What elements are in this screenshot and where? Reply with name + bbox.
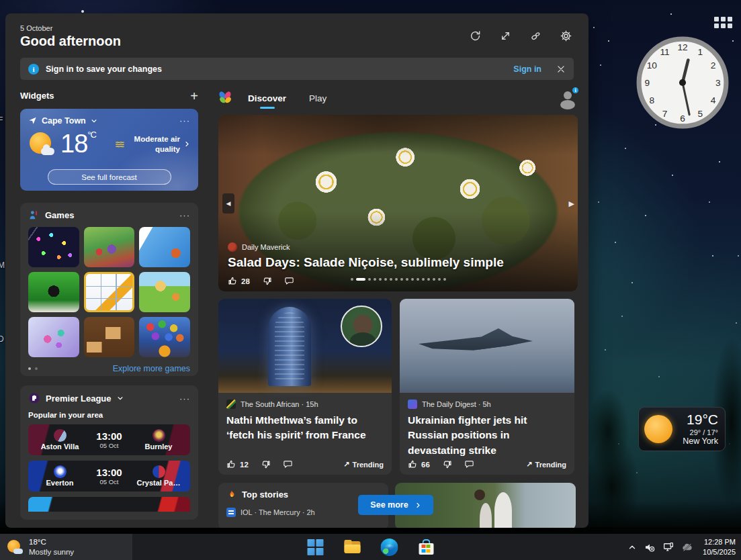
game-tile-train-puzzle[interactable] xyxy=(84,227,135,267)
dislike-button[interactable] xyxy=(262,276,272,286)
comment-button[interactable] xyxy=(284,276,294,286)
close-icon[interactable] xyxy=(556,64,566,74)
see-full-forecast-button[interactable]: See full forecast xyxy=(48,169,171,185)
match-row[interactable]: Everton 13:00 05 Oct Crystal Pa… xyxy=(28,461,190,492)
hero-headline[interactable]: Salad Days: Salade Niçoise, sublimely si… xyxy=(228,255,568,270)
like-button[interactable]: 66 xyxy=(408,459,430,469)
desktop-apps-grid-icon[interactable] xyxy=(714,17,732,28)
chevron-right-icon xyxy=(184,141,190,147)
premier-league-title[interactable]: Premier League xyxy=(46,393,112,404)
hero-source-name: Daily Maverick xyxy=(242,243,290,251)
premier-league-more-menu[interactable]: ··· xyxy=(179,393,190,404)
chevron-down-icon[interactable] xyxy=(117,395,124,402)
popular-in-your-area-label: Popular in your area xyxy=(28,411,190,419)
carousel-dots[interactable] xyxy=(351,278,446,281)
settings-gear-icon[interactable] xyxy=(560,30,572,42)
portrait-inset xyxy=(341,306,382,347)
like-count: 66 xyxy=(421,461,430,469)
away-team-name: Burnley xyxy=(145,442,173,451)
news-headline[interactable]: Ukrainian fighter jets hit Russian posit… xyxy=(408,413,566,458)
match-row[interactable]: Aston Villa 13:00 05 Oct Burnley xyxy=(28,424,190,455)
games-more-menu[interactable]: ··· xyxy=(179,210,190,220)
clock-number: 12 xyxy=(677,42,687,52)
partly-sunny-icon xyxy=(7,539,23,555)
edge-browser-icon[interactable] xyxy=(380,539,398,556)
weather-widget[interactable]: Cape Town ··· 18°C xyxy=(20,109,198,191)
desktop-weather-gadget[interactable]: 19°C 29° / 17° New York xyxy=(638,407,726,451)
add-widget-button[interactable]: + xyxy=(190,91,198,101)
sign-in-link[interactable]: Sign in xyxy=(513,64,541,74)
game-tile-wood-blocks[interactable] xyxy=(84,317,135,357)
trending-badge[interactable]: ↗ Trending xyxy=(343,460,384,469)
news-image-fighter-jet xyxy=(400,299,574,393)
network-icon[interactable] xyxy=(662,541,674,553)
signin-banner: i Sign in to save your changes Sign in xyxy=(20,58,574,80)
clock-number: 8 xyxy=(650,95,655,105)
match-time: 13:00 xyxy=(96,430,122,442)
news-card[interactable]: The Daily Digest · 5h Ukrainian fighter … xyxy=(400,299,574,475)
like-button[interactable]: 12 xyxy=(226,459,249,469)
game-tile-solitaire[interactable] xyxy=(139,227,190,267)
taskbar-weather-temp: 18°C xyxy=(29,537,74,547)
taskbar-weather-button[interactable]: 18°C Mostly sunny xyxy=(0,534,132,560)
desktop-icon-label-fragment: F xyxy=(0,115,3,125)
profile-avatar[interactable]: i xyxy=(558,88,578,108)
game-tile-bricks-breaker[interactable] xyxy=(28,227,79,267)
like-button[interactable]: 28 xyxy=(228,276,250,286)
start-button[interactable] xyxy=(306,539,324,556)
volume-muted-icon[interactable] xyxy=(644,541,656,553)
hero-news-card[interactable]: ◀ ▶ Daily Maverick Salad Days: Salade Ni… xyxy=(218,115,578,291)
clock-number: 3 xyxy=(715,78,721,88)
carousel-prev-button[interactable]: ◀ xyxy=(222,193,234,214)
game-tile-spider-solitaire[interactable] xyxy=(28,272,79,312)
hidden-icons-chevron[interactable] xyxy=(627,543,637,552)
weather-location[interactable]: Cape Town xyxy=(42,116,86,126)
trending-badge[interactable]: ↗ Trending xyxy=(526,460,566,469)
match-row-partial[interactable] xyxy=(28,497,190,512)
gadget-high-low: 29° / 17° xyxy=(672,428,718,437)
clock-number: 1 xyxy=(698,47,703,57)
carousel-next-button[interactable]: ▶ xyxy=(569,199,574,207)
game-tile-bubble-shooter[interactable] xyxy=(139,317,190,357)
tab-play[interactable]: Play xyxy=(308,91,328,106)
explore-more-games-link[interactable]: Explore more games xyxy=(113,364,190,373)
chevron-down-icon[interactable] xyxy=(91,118,97,124)
see-more-button[interactable]: See more xyxy=(358,495,433,515)
match-date: 05 Oct xyxy=(96,442,122,449)
like-count: 12 xyxy=(240,461,249,469)
tab-discover[interactable]: Discover xyxy=(247,91,288,106)
widgets-section-title: Widgets xyxy=(20,91,54,101)
comment-button[interactable] xyxy=(464,459,474,469)
partly-sunny-icon xyxy=(28,131,55,158)
widgets-panel: 5 October Good afternoon xyxy=(5,13,589,528)
top-stories-source: IOL · The Mercury · 2h xyxy=(241,508,315,516)
info-icon: i xyxy=(28,64,39,75)
news-card[interactable]: The South African · 15h Nathi Mthethwa’s… xyxy=(218,299,392,475)
starfield xyxy=(0,0,1,1)
game-tile-sudoku[interactable] xyxy=(84,272,135,312)
refresh-icon[interactable] xyxy=(469,30,482,42)
clock-number: 11 xyxy=(660,47,670,57)
weather-more-menu[interactable]: ··· xyxy=(179,115,190,126)
air-quality-text: Moderate air quality xyxy=(129,134,180,154)
daily-maverick-logo-icon xyxy=(228,242,237,252)
onedrive-offline-icon[interactable] xyxy=(681,541,693,553)
game-tile-butterfly-match[interactable] xyxy=(28,317,79,357)
dislike-button[interactable] xyxy=(442,459,452,469)
clock-number: 10 xyxy=(647,60,658,71)
link-icon[interactable] xyxy=(529,30,542,42)
taskbar-clock[interactable]: 12:28 PM 10/5/2025 xyxy=(700,537,736,557)
microsoft-store-icon[interactable] xyxy=(417,539,435,556)
file-explorer-icon[interactable] xyxy=(343,539,361,556)
air-quality-link[interactable]: Moderate air quality xyxy=(115,134,190,154)
clock-number: 9 xyxy=(644,78,650,88)
analog-clock-widget[interactable]: 12 1 2 3 4 5 6 7 8 9 10 11 xyxy=(635,35,730,130)
games-page-dots[interactable] xyxy=(28,367,38,370)
news-source-meta: The Daily Digest · 5h xyxy=(422,400,491,408)
game-tile-farm-adventure[interactable] xyxy=(139,272,190,312)
comment-button[interactable] xyxy=(283,459,293,469)
games-icon xyxy=(28,209,40,221)
expand-icon[interactable] xyxy=(499,30,512,42)
news-headline[interactable]: Nathi Mthethwa’s family to ‘fetch his sp… xyxy=(226,413,384,443)
dislike-button[interactable] xyxy=(261,459,271,469)
